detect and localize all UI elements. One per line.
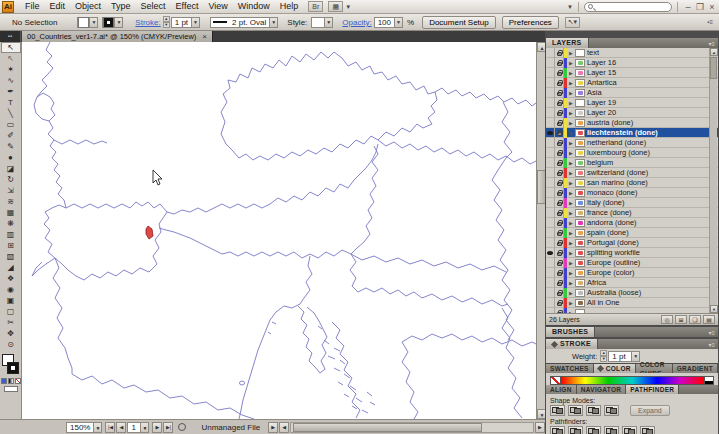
layer-name-label[interactable]: Antartica	[587, 78, 704, 87]
lock-toggle[interactable]	[555, 118, 564, 128]
layer-name-label[interactable]: san marino (done)	[587, 178, 704, 187]
layer-row-europe-color-[interactable]: ▶Europe (color)○	[546, 268, 718, 278]
menu-help[interactable]: Help	[275, 0, 304, 13]
expand-triangle-icon[interactable]: ▶	[567, 60, 575, 66]
layer-row-andorra-done-[interactable]: ▶andorra (done)○	[546, 218, 718, 228]
tool-scale-tool[interactable]: ⇲	[1, 185, 21, 196]
lock-toggle[interactable]	[555, 198, 564, 208]
visibility-toggle[interactable]	[546, 118, 555, 128]
lock-toggle[interactable]	[555, 128, 564, 138]
weight-dropdown[interactable]: 1 pt▼	[608, 351, 640, 362]
layer-row-layer-15[interactable]: ▶Layer 15○	[546, 68, 718, 78]
layer-name-label[interactable]: Layer 19	[587, 98, 704, 107]
expand-triangle-icon[interactable]: ▶	[567, 290, 575, 296]
lock-toggle[interactable]	[555, 68, 564, 78]
brushes-panel-header[interactable]: BRUSHES ▾≡	[546, 327, 718, 337]
expand-triangle-icon[interactable]: ▶	[567, 250, 575, 256]
scroll-down-icon[interactable]: ▼	[710, 305, 718, 313]
make-clipping-mask-icon[interactable]: ◎	[661, 315, 673, 324]
expand-triangle-icon[interactable]: ▶	[567, 190, 575, 196]
layer-row-luxembourg-done-[interactable]: ▶luxembourg (done)○	[546, 148, 718, 158]
tab-navigator[interactable]: NAVIGATOR	[577, 385, 627, 394]
expand-triangle-icon[interactable]: ▶	[567, 220, 575, 226]
expand-triangle-icon[interactable]: ▶	[567, 100, 575, 106]
layers-scroll-thumb[interactable]	[710, 57, 717, 79]
layer-name-label[interactable]: Africa	[587, 278, 704, 287]
file-status-label[interactable]: Unmanaged File	[201, 423, 260, 432]
hscroll-left-icon[interactable]: ◀	[279, 422, 289, 433]
menu-window[interactable]: Window	[233, 0, 275, 13]
layers-panel-header[interactable]: LAYERS ▾≡	[546, 38, 718, 48]
visibility-toggle[interactable]	[546, 238, 555, 248]
lock-toggle[interactable]	[555, 288, 564, 298]
visibility-toggle[interactable]	[546, 78, 555, 88]
status-next-icon[interactable]: ▶	[268, 422, 278, 433]
visibility-toggle[interactable]	[546, 288, 555, 298]
visibility-toggle[interactable]	[546, 248, 555, 258]
search-input[interactable]	[584, 2, 672, 12]
tool-hand-tool[interactable]: ✥	[1, 328, 21, 339]
tab-swatches[interactable]: SWATCHES	[546, 364, 594, 373]
visibility-toggle[interactable]	[546, 268, 555, 278]
tab-gradient[interactable]: GRADIENT	[673, 364, 718, 373]
visibility-toggle[interactable]	[546, 178, 555, 188]
color-mode-button[interactable]	[1, 378, 7, 384]
tool-selection-tool[interactable]: ↖	[1, 42, 21, 53]
layer-name-label[interactable]: liechtenstein (done)	[587, 128, 704, 137]
horizontal-scrollbar[interactable]	[290, 422, 534, 433]
first-page-button[interactable]: |◀	[105, 422, 115, 433]
expand-triangle-icon[interactable]: ▶	[567, 90, 575, 96]
stroke-box[interactable]	[7, 362, 19, 374]
tool-eyedropper-tool[interactable]: ◢	[1, 262, 21, 273]
divide-button[interactable]	[550, 426, 565, 434]
stroke-color-dropdown[interactable]: ▼	[102, 17, 123, 28]
layer-row-layer-19[interactable]: ▶Layer 19○	[546, 98, 718, 108]
expand-triangle-icon[interactable]: ▶	[567, 80, 575, 86]
layer-row-layer-20[interactable]: ▶Layer 20○	[546, 108, 718, 118]
lock-toggle[interactable]	[555, 158, 564, 168]
document-setup-button[interactable]: Document Setup	[422, 16, 496, 29]
workspace-caret-icon[interactable]: ▼	[567, 4, 573, 10]
expand-triangle-icon[interactable]: ▶	[567, 240, 575, 246]
tab-align[interactable]: ALIGN	[546, 385, 577, 394]
lock-toggle[interactable]	[555, 168, 564, 178]
arrange-documents-icon[interactable]: ▦	[328, 1, 343, 12]
layer-row-asia[interactable]: ▶Asia○	[546, 88, 718, 98]
expand-triangle-icon[interactable]: ▶	[567, 300, 575, 306]
expand-triangle-icon[interactable]: ▶	[567, 170, 575, 176]
layer-row-monaco-done-[interactable]: ▶monaco (done)○	[546, 188, 718, 198]
layer-name-label[interactable]: All in One	[587, 298, 704, 307]
tool-rotate-tool[interactable]: ↻	[1, 174, 21, 185]
tool-direct-selection-tool[interactable]: ↖	[1, 53, 21, 64]
delete-layer-icon[interactable]: ▤	[703, 315, 715, 324]
tool-pencil-tool[interactable]: ✎	[1, 141, 21, 152]
layer-row-switzerland-done-[interactable]: ▶switzerland (done)○	[546, 168, 718, 178]
expand-triangle-icon[interactable]: ▶	[567, 150, 575, 156]
layer-row-layer-16[interactable]: ▶Layer 16○	[546, 58, 718, 68]
tool-warp-tool[interactable]: ≋	[1, 196, 21, 207]
expand-triangle-icon[interactable]: ▶	[567, 260, 575, 266]
stroke-panel-header[interactable]: STROKE ▾≡	[546, 339, 718, 349]
tool-blob-brush-tool[interactable]: ●	[1, 152, 21, 163]
minus-front-button[interactable]	[568, 405, 583, 416]
page-number-dropdown[interactable]: 1▼	[127, 422, 149, 433]
panel-menu-icon[interactable]: ▾≡	[708, 40, 718, 47]
layer-row-text[interactable]: ▶text○	[546, 48, 718, 58]
none-swatch[interactable]	[550, 376, 561, 385]
layer-row-belgium[interactable]: ▶belgium○	[546, 158, 718, 168]
visibility-toggle[interactable]	[546, 228, 555, 238]
lock-toggle[interactable]	[555, 78, 564, 88]
layer-name-label[interactable]: monaco (done)	[587, 188, 704, 197]
bridge-icon[interactable]: Br	[308, 1, 323, 12]
menu-object[interactable]: Object	[70, 0, 106, 13]
style-dropdown[interactable]: ▼	[311, 17, 333, 28]
tool-paintbrush-tool[interactable]: ✐	[1, 130, 21, 141]
tool-magic-wand-tool[interactable]: ✶	[1, 64, 21, 75]
expand-triangle-icon[interactable]: ▶	[567, 210, 575, 216]
tool-mesh-tool[interactable]: ⊞	[1, 240, 21, 251]
merge-button[interactable]	[586, 426, 601, 434]
none-mode-button[interactable]	[15, 378, 21, 384]
tool-live-paint-selection-tool[interactable]: ▣	[1, 295, 21, 306]
minimize-button[interactable]: –	[683, 1, 693, 13]
stroke-link[interactable]: Stroke:	[135, 18, 160, 27]
